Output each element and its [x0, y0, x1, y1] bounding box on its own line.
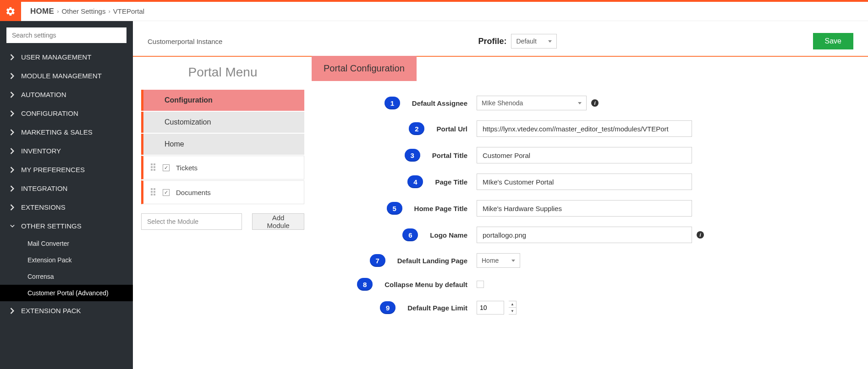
- field-default-page-limit: 9 Default Page Limit ▲ ▼: [312, 301, 859, 315]
- config-tab[interactable]: Portal Configuration: [312, 56, 417, 81]
- default-assignee-select[interactable]: MIke Shenoda: [477, 96, 587, 110]
- number-spinner[interactable]: ▲ ▼: [509, 301, 516, 315]
- sidebar-item-marketing-sales[interactable]: MARKETING & SALES: [0, 123, 133, 141]
- add-module-button[interactable]: Add Module: [252, 213, 304, 230]
- spin-down-icon[interactable]: ▼: [509, 308, 516, 314]
- sidebar-item-extension-pack[interactable]: EXTENSION PACK: [0, 301, 133, 320]
- sidebar-submenu: Mail Converter Extension Pack Corrensa C…: [0, 235, 133, 301]
- home-page-title-input[interactable]: [477, 200, 692, 217]
- step-badge: 2: [409, 122, 424, 135]
- select-value: MIke Shenoda: [482, 99, 523, 107]
- sidebar-item-integration[interactable]: INTEGRATION: [0, 179, 133, 198]
- module-select[interactable]: Select the Module: [141, 213, 242, 230]
- spin-up-icon[interactable]: ▲: [509, 301, 516, 308]
- sidebar-item-user-management[interactable]: USER MANAGEMENT: [0, 48, 133, 66]
- field-collapse-menu: 8 Collapse Menu by default: [312, 278, 859, 291]
- checkbox-icon[interactable]: ✓: [163, 164, 170, 171]
- main: Customerportal Instance Profile: Default…: [133, 21, 868, 369]
- chevron-right-icon: [9, 308, 16, 314]
- drag-icon[interactable]: [151, 188, 156, 196]
- logo-name-input[interactable]: [477, 227, 692, 243]
- portal-menu: Portal Menu Configuration Customization …: [133, 57, 312, 230]
- sidebar-sub-corrensa[interactable]: Corrensa: [0, 268, 133, 285]
- sidebar: USER MANAGEMENT MODULE MANAGEMENT AUTOMA…: [0, 21, 133, 369]
- field-label: Default Landing Page: [392, 257, 477, 265]
- portal-url-input[interactable]: [477, 120, 692, 137]
- sidebar-item-label: MY PREFERENCES: [21, 166, 85, 174]
- breadcrumb-level2[interactable]: VTEPortal: [113, 7, 144, 15]
- breadcrumb-level1[interactable]: Other Settings: [62, 7, 106, 15]
- chevron-right-icon: [9, 129, 16, 136]
- sidebar-item-label: AUTOMATION: [21, 91, 66, 98]
- profile-select[interactable]: Default: [511, 34, 557, 49]
- config-panel: Portal Configuration 1 Default Assignee …: [312, 57, 868, 333]
- drag-icon[interactable]: [151, 163, 156, 172]
- sidebar-item-automation[interactable]: AUTOMATION: [0, 85, 133, 104]
- chevron-right-icon: [9, 204, 16, 211]
- step-badge: 3: [405, 149, 420, 162]
- field-page-title: 4 Page Title: [312, 174, 859, 190]
- chevron-right-icon: [9, 185, 16, 192]
- chevron-right-icon: ›: [57, 8, 59, 15]
- sidebar-item-my-preferences[interactable]: MY PREFERENCES: [0, 160, 133, 179]
- chevron-right-icon: [9, 54, 16, 60]
- field-label: Portal Url: [431, 125, 477, 133]
- chevron-right-icon: [9, 73, 16, 79]
- chevron-down-icon: [511, 260, 515, 262]
- info-icon[interactable]: i: [591, 99, 599, 107]
- page-title-input[interactable]: [477, 174, 692, 190]
- chevron-right-icon: ›: [108, 8, 110, 15]
- profile-select-value: Default: [516, 38, 536, 45]
- checkbox-icon[interactable]: ✓: [163, 189, 170, 196]
- search-input[interactable]: [6, 27, 126, 43]
- breadcrumb-home[interactable]: HOME: [30, 7, 54, 16]
- profile-label: Profile:: [478, 37, 506, 46]
- chevron-right-icon: [9, 148, 16, 154]
- sidebar-sub-extension-pack[interactable]: Extension Pack: [0, 252, 133, 268]
- pm-sub-tickets[interactable]: ✓ Tickets: [141, 156, 304, 179]
- chevron-down-icon: [578, 102, 582, 104]
- portal-menu-title: Portal Menu: [141, 65, 304, 80]
- field-label: Default Assignee: [407, 99, 477, 107]
- portal-title-input[interactable]: [477, 147, 692, 163]
- field-portal-title: 3 Portal Title: [312, 147, 859, 163]
- field-label: Default Page Limit: [402, 304, 477, 312]
- sidebar-item-other-settings[interactable]: OTHER SETTINGS: [0, 217, 133, 235]
- chevron-down-icon: [9, 223, 16, 229]
- sidebar-item-label: EXTENSION PACK: [21, 307, 81, 315]
- field-home-page-title: 5 Home Page Title: [312, 200, 859, 217]
- pm-item-customization[interactable]: Customization: [141, 112, 304, 133]
- page-limit-input[interactable]: [477, 301, 504, 315]
- field-label: Collapse Menu by default: [379, 281, 477, 288]
- sidebar-item-label: INTEGRATION: [21, 184, 67, 192]
- sidebar-item-inventory[interactable]: INVENTORY: [0, 141, 133, 160]
- instance-label: Customerportal Instance: [148, 38, 222, 45]
- collapse-menu-checkbox[interactable]: [477, 281, 484, 288]
- field-default-assignee: 1 Default Assignee MIke Shenoda i: [312, 96, 859, 110]
- header: HOME › Other Settings › VTEPortal: [0, 2, 868, 21]
- sidebar-sub-customer-portal[interactable]: Customer Portal (Advanced): [0, 285, 133, 301]
- step-badge: 7: [370, 254, 385, 267]
- sidebar-item-extensions[interactable]: EXTENSIONS: [0, 198, 133, 217]
- step-badge: 1: [385, 97, 400, 109]
- select-value: Home: [482, 257, 499, 264]
- sidebar-item-label: INVENTORY: [21, 147, 61, 155]
- step-badge: 4: [407, 175, 423, 188]
- field-default-landing-page: 7 Default Landing Page Home: [312, 253, 859, 268]
- sidebar-item-module-management[interactable]: MODULE MANAGEMENT: [0, 66, 133, 85]
- sidebar-item-configuration[interactable]: CONFIGURATION: [0, 104, 133, 123]
- sidebar-sub-mail-converter[interactable]: Mail Converter: [0, 235, 133, 252]
- info-icon[interactable]: i: [697, 231, 704, 239]
- field-portal-url: 2 Portal Url: [312, 120, 859, 137]
- toolbar: Customerportal Instance Profile: Default…: [133, 21, 868, 56]
- pm-sub-label: Documents: [176, 189, 211, 196]
- pm-sub-documents[interactable]: ✓ Documents: [141, 180, 304, 204]
- pm-item-configuration[interactable]: Configuration: [141, 90, 304, 111]
- pm-sub-label: Tickets: [176, 164, 198, 172]
- chevron-right-icon: [9, 110, 16, 117]
- pm-item-home[interactable]: Home: [141, 134, 304, 155]
- save-button[interactable]: Save: [813, 33, 853, 49]
- gear-icon[interactable]: [0, 2, 21, 21]
- chevron-right-icon: [9, 167, 16, 173]
- landing-page-select[interactable]: Home: [477, 253, 520, 268]
